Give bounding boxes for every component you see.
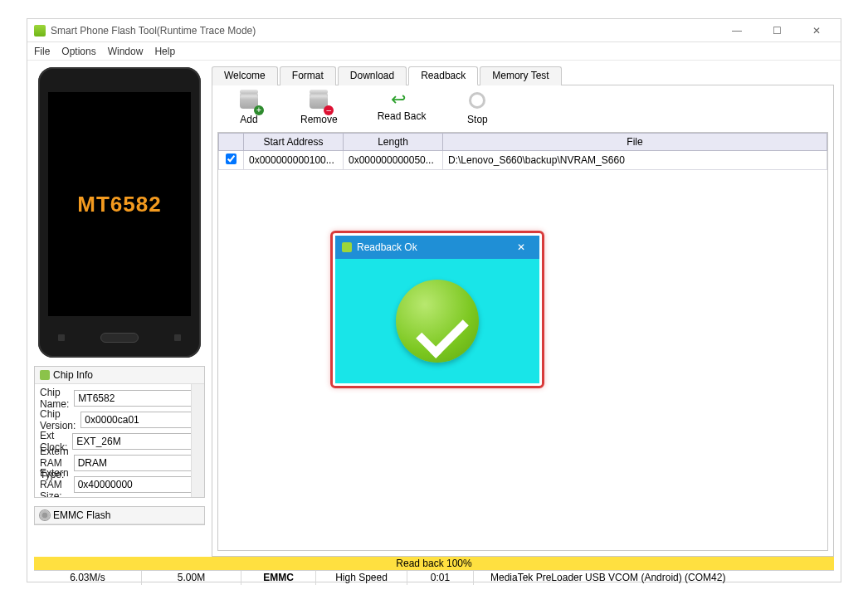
- phone-chip-label: MT6582: [77, 192, 161, 217]
- col-file[interactable]: File: [443, 134, 827, 151]
- window-title: Smart Phone Flash Tool(Runtime Trace Mod…: [51, 25, 724, 37]
- chip-name-label: Chip Name:: [40, 387, 69, 410]
- tab-readback[interactable]: Readback: [408, 66, 478, 85]
- chip-info-scrollbar[interactable]: [191, 384, 204, 497]
- status-elapsed: 0:01: [407, 571, 474, 585]
- ext-ram-size-field[interactable]: [74, 476, 204, 493]
- tabstrip: Welcome Format Download Readback Memory …: [212, 66, 834, 85]
- chip-info-panel: Chip Info Chip Name: Chip Version: Ext C…: [34, 366, 205, 498]
- tab-download[interactable]: Download: [338, 66, 407, 85]
- row-file: D:\Lenovo_S660\backup\NVRAM_S660: [443, 151, 827, 170]
- database-remove-icon: –: [307, 92, 330, 112]
- tab-memory-test[interactable]: Memory Test: [480, 66, 561, 85]
- emmc-flash-title: EMMC Flash: [53, 509, 110, 521]
- success-check-icon: [396, 280, 479, 363]
- ext-ram-size-label: Extern RAM Size:: [40, 467, 69, 497]
- phone-screen: MT6582: [48, 92, 191, 316]
- phone-back-key: [174, 334, 181, 341]
- app-icon: [34, 25, 46, 37]
- chip-info-header: Chip Info: [35, 367, 204, 384]
- readback-ok-dialog: Readback Ok ✕: [335, 236, 539, 383]
- status-size: 5.00M: [142, 571, 241, 585]
- menu-window[interactable]: Window: [108, 46, 144, 57]
- chip-icon: [40, 370, 50, 380]
- read-back-button[interactable]: ↩ Read Back: [378, 92, 427, 125]
- dialog-close-button[interactable]: ✕: [510, 239, 533, 256]
- progress-bar: Read back 100%: [34, 557, 834, 570]
- phone-menu-key: [58, 334, 65, 341]
- titlebar: Smart Phone Flash Tool(Runtime Trace Mod…: [27, 19, 841, 42]
- row-checkbox[interactable]: [226, 154, 237, 164]
- table-row[interactable]: 0x000000000100... 0x000000000050... D:\L…: [219, 151, 827, 170]
- emmc-flash-header: EMMC Flash: [35, 507, 204, 524]
- stop-icon: [466, 92, 489, 112]
- stop-button[interactable]: Stop: [466, 92, 489, 125]
- ext-clock-field[interactable]: [72, 433, 204, 450]
- chip-info-body: Chip Name: Chip Version: Ext Clock: Exte…: [35, 384, 204, 497]
- dialog-app-icon: [342, 242, 352, 252]
- phone-home-key: [100, 333, 139, 343]
- readback-table: Start Address Length File 0x000000000100…: [218, 133, 827, 170]
- phone-preview: BM MT6582: [38, 67, 201, 358]
- col-check[interactable]: [219, 134, 244, 151]
- dialog-title-text: Readback Ok: [357, 241, 417, 253]
- status-speed: 6.03M/s: [34, 571, 142, 585]
- row-start-address: 0x000000000100...: [244, 151, 344, 170]
- menu-file[interactable]: File: [34, 46, 50, 57]
- chip-info-title: Chip Info: [53, 369, 93, 381]
- tab-format[interactable]: Format: [280, 66, 336, 85]
- remove-label: Remove: [300, 114, 338, 125]
- tab-welcome[interactable]: Welcome: [212, 66, 278, 85]
- chip-name-field[interactable]: [74, 390, 204, 407]
- arrow-back-icon: ↩: [391, 92, 412, 109]
- row-length: 0x000000000050...: [344, 151, 443, 170]
- menu-help[interactable]: Help: [154, 46, 175, 57]
- col-length[interactable]: Length: [344, 134, 443, 151]
- stop-label: Stop: [467, 114, 488, 125]
- menubar: File Options Window Help: [27, 42, 841, 61]
- readback-toolbar: + Add – Remove ↩ Read Back Stop: [212, 85, 833, 132]
- database-add-icon: +: [237, 92, 261, 112]
- readback-ok-highlight: Readback Ok ✕: [330, 231, 544, 388]
- emmc-flash-panel: EMMC Flash: [34, 506, 205, 525]
- minimize-button[interactable]: —: [724, 22, 749, 39]
- status-device: MediaTek PreLoader USB VCOM (Android) (C…: [474, 571, 834, 585]
- maximize-button[interactable]: ☐: [764, 22, 789, 39]
- add-button[interactable]: + Add: [237, 92, 261, 125]
- close-button[interactable]: ✕: [804, 22, 829, 39]
- status-mode: High Speed: [316, 571, 407, 585]
- col-start-address[interactable]: Start Address: [244, 134, 344, 151]
- chip-version-field[interactable]: [80, 412, 204, 428]
- gear-icon: [40, 510, 50, 520]
- left-column: BM MT6582 Chip Info Chip Name:: [27, 61, 212, 557]
- menu-options[interactable]: Options: [61, 46, 95, 57]
- read-back-label: Read Back: [378, 110, 427, 122]
- dialog-body: [335, 259, 539, 383]
- chip-version-label: Chip Version:: [40, 408, 76, 431]
- statusbar: 6.03M/s 5.00M EMMC High Speed 0:01 Media…: [34, 570, 834, 585]
- add-label: Add: [240, 114, 257, 125]
- remove-button[interactable]: – Remove: [300, 92, 338, 125]
- ext-ram-type-field[interactable]: [74, 455, 204, 471]
- status-storage: EMMC: [241, 571, 316, 585]
- dialog-titlebar: Readback Ok ✕: [335, 236, 539, 259]
